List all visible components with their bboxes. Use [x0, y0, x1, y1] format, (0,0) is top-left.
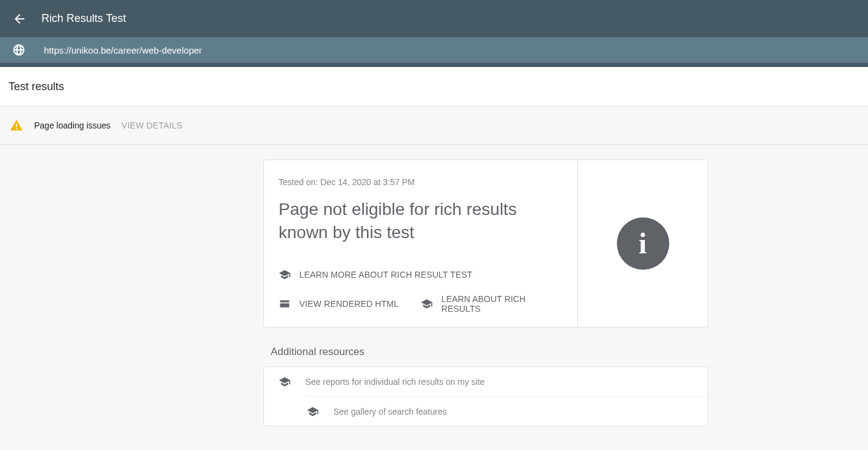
- learn-results-label: LEARN ABOUT RICH RESULTS: [441, 294, 563, 314]
- school-icon: [279, 269, 291, 281]
- web-page-icon: [279, 298, 291, 310]
- learn-more-link[interactable]: LEARN MORE ABOUT RICH RESULT TEST: [279, 269, 563, 281]
- school-icon: [307, 406, 319, 418]
- learn-rich-results-link[interactable]: LEARN ABOUT RICH RESULTS: [421, 294, 563, 314]
- school-icon: [279, 376, 291, 388]
- result-card: Tested on: Dec 14, 2020 at 3:57 PM Page …: [263, 160, 708, 328]
- additional-resources-heading: Additional resources: [271, 346, 708, 358]
- resource-item-gallery[interactable]: See gallery of search features: [307, 396, 708, 426]
- school-icon: [421, 298, 433, 310]
- app-header: Rich Results Test: [0, 0, 868, 37]
- results-heading: Test results: [9, 80, 64, 93]
- issues-bar: Page loading issues VIEW DETAILS: [0, 107, 868, 145]
- info-icon: i: [617, 217, 669, 270]
- view-rendered-html-link[interactable]: VIEW RENDERED HTML: [279, 294, 421, 314]
- resource-label: See reports for individual rich results …: [305, 377, 485, 387]
- warning-icon: [10, 119, 23, 132]
- tested-on-text: Tested on: Dec 14, 2020 at 3:57 PM: [279, 177, 563, 187]
- result-title: Page not eligible for rich results known…: [279, 198, 535, 244]
- resources-list: See reports for individual rich results …: [263, 367, 708, 426]
- globe-icon: [12, 43, 26, 57]
- resource-label: See gallery of search features: [333, 407, 447, 417]
- content-area: Tested on: Dec 14, 2020 at 3:57 PM Page …: [0, 145, 868, 450]
- svg-rect-0: [16, 124, 17, 127]
- resource-item-reports[interactable]: See reports for individual rich results …: [264, 367, 708, 396]
- view-rendered-label: VIEW RENDERED HTML: [299, 299, 399, 309]
- tested-url[interactable]: https://unikoo.be/career/web-developer: [44, 45, 202, 55]
- svg-rect-1: [16, 128, 17, 129]
- url-bar: https://unikoo.be/career/web-developer: [0, 37, 868, 67]
- issues-text: Page loading issues: [34, 121, 110, 130]
- learn-more-label: LEARN MORE ABOUT RICH RESULT TEST: [299, 270, 472, 279]
- back-arrow-icon[interactable]: [12, 12, 27, 26]
- result-status-icon-area: i: [577, 160, 708, 327]
- results-heading-bar: Test results: [0, 67, 868, 107]
- view-details-button[interactable]: VIEW DETAILS: [121, 121, 182, 130]
- app-title: Rich Results Test: [41, 12, 126, 25]
